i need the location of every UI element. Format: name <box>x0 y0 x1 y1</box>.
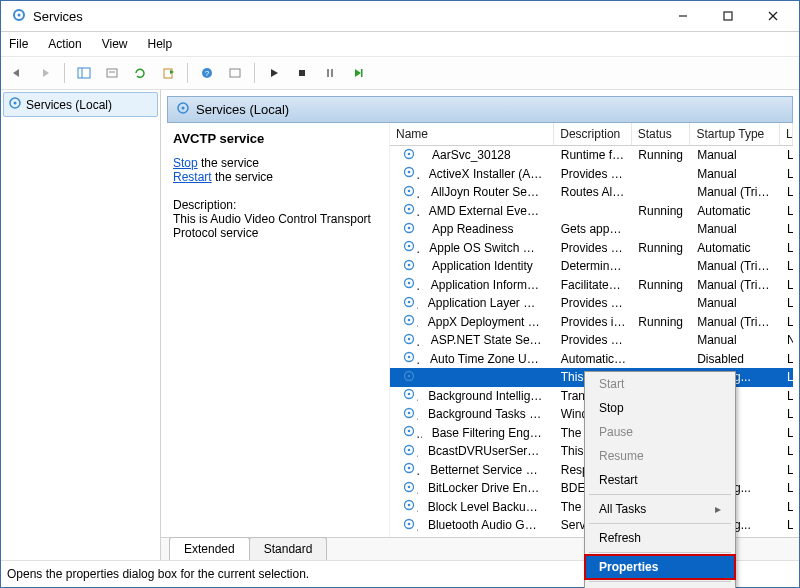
menu-action[interactable]: Action <box>46 35 83 53</box>
gear-icon <box>396 165 419 182</box>
separator-icon <box>254 63 255 83</box>
cell-startup: Manual <box>691 222 781 236</box>
back-button[interactable] <box>5 61 29 85</box>
column-headers[interactable]: Name Description Status Startup Type Log <box>390 123 793 146</box>
ctx-all-tasks[interactable]: All Tasks▸ <box>585 497 735 521</box>
svg-point-30 <box>408 171 411 174</box>
restart-service-button[interactable] <box>346 61 370 85</box>
col-status[interactable]: Status <box>632 123 691 145</box>
svg-point-28 <box>408 152 411 155</box>
menubar: File Action View Help <box>1 32 799 57</box>
window-title: Services <box>33 9 83 24</box>
ctx-resume[interactable]: Resume <box>585 444 735 468</box>
svg-point-64 <box>408 485 411 488</box>
table-row[interactable]: ActiveX Installer (AxInstSV)Provides Use… <box>390 165 793 184</box>
gear-icon <box>396 239 419 256</box>
stop-service-button[interactable] <box>290 61 314 85</box>
nav-label: Services (Local) <box>26 98 112 112</box>
separator-icon <box>589 552 731 553</box>
ctx-help[interactable]: Help <box>585 584 735 588</box>
tab-extended[interactable]: Extended <box>169 537 250 560</box>
cell-name: Base Filtering Engine <box>426 426 549 440</box>
ctx-properties[interactable]: Properties <box>585 555 735 579</box>
cell-name: Application Identity <box>426 259 539 273</box>
cell-name: BcastDVRUserService_30128 <box>422 444 549 458</box>
cell-logon: Loc <box>781 167 793 181</box>
show-hide-button[interactable] <box>72 61 96 85</box>
cell-logon: Loc <box>781 241 793 255</box>
help2-button[interactable] <box>223 61 247 85</box>
menu-view[interactable]: View <box>100 35 130 53</box>
cell-name: ActiveX Installer (AxInstSV) <box>423 167 549 181</box>
maximize-button[interactable] <box>705 1 750 31</box>
help-button[interactable]: ? <box>195 61 219 85</box>
table-row[interactable]: Apple OS Switch ManagerProvides sup...Ru… <box>390 239 793 258</box>
table-row[interactable]: Auto Time Zone UpdaterAutomaticall...Dis… <box>390 350 793 369</box>
table-row[interactable]: App ReadinessGets apps re...ManualLoc <box>390 220 793 239</box>
col-name[interactable]: Name <box>390 123 554 145</box>
table-row[interactable]: AarSvc_30128Runtime for ...RunningManual… <box>390 146 793 165</box>
stop-service-link: Stop the service <box>173 156 383 170</box>
svg-point-54 <box>408 393 411 396</box>
table-row[interactable]: ASP.NET State ServiceProvides sup...Manu… <box>390 331 793 350</box>
start-service-button[interactable] <box>262 61 286 85</box>
ctx-restart[interactable]: Restart <box>585 468 735 492</box>
nav-services-local[interactable]: Services (Local) <box>3 92 158 117</box>
col-startup-type[interactable]: Startup Type <box>690 123 780 145</box>
ctx-stop[interactable]: Stop <box>585 396 735 420</box>
svg-point-60 <box>408 448 411 451</box>
cell-startup: Automatic <box>691 241 781 255</box>
ctx-start[interactable]: Start <box>585 372 735 396</box>
cell-logon: Loc <box>781 148 793 162</box>
cell-logon: Loc <box>781 259 793 273</box>
separator-icon <box>589 581 731 582</box>
gear-icon <box>396 498 418 515</box>
cell-description: Automaticall... <box>555 352 633 366</box>
col-logon[interactable]: Log <box>780 123 793 145</box>
gear-icon <box>176 101 190 118</box>
cell-name: ASP.NET State Service <box>425 333 549 347</box>
svg-rect-18 <box>299 70 305 76</box>
ctx-refresh[interactable]: Refresh <box>585 526 735 550</box>
context-menu[interactable]: Start Stop Pause Resume Restart All Task… <box>584 371 736 588</box>
nav-tree[interactable]: Services (Local) <box>1 90 161 560</box>
restart-service-link: Restart the service <box>173 170 383 184</box>
forward-button[interactable] <box>33 61 57 85</box>
svg-point-26 <box>182 107 185 110</box>
cell-description: Provides Use... <box>555 167 633 181</box>
ctx-pause[interactable]: Pause <box>585 420 735 444</box>
tab-standard[interactable]: Standard <box>249 537 328 560</box>
cell-status: Running <box>632 241 691 255</box>
col-description[interactable]: Description <box>554 123 631 145</box>
separator-icon <box>589 494 731 495</box>
pause-service-button[interactable] <box>318 61 342 85</box>
table-row[interactable]: AllJoyn Router ServiceRoutes AllJo...Man… <box>390 183 793 202</box>
minimize-button[interactable] <box>660 1 705 31</box>
cell-name: App Readiness <box>426 222 519 236</box>
gear-icon <box>396 369 422 386</box>
table-row[interactable]: AppX Deployment Service (A...Provides in… <box>390 313 793 332</box>
gear-icon <box>396 202 419 219</box>
cell-startup: Manual (Trigg... <box>691 278 781 292</box>
cell-name: AarSvc_30128 <box>426 148 517 162</box>
table-row[interactable]: AMD External Events UtilityRunningAutoma… <box>390 202 793 221</box>
cell-logon: Loc <box>781 204 793 218</box>
cell-logon: Loc <box>781 481 793 495</box>
properties-button[interactable] <box>100 61 124 85</box>
table-row[interactable]: Application Layer Gateway S...Provides s… <box>390 294 793 313</box>
stop-link[interactable]: Stop <box>173 156 198 170</box>
refresh-button[interactable] <box>128 61 152 85</box>
cell-startup: Automatic <box>691 204 781 218</box>
cell-description: Provides sup... <box>555 333 633 347</box>
table-row[interactable]: Application InformationFacilitates th...… <box>390 276 793 295</box>
close-button[interactable] <box>750 1 795 31</box>
services-window: Services File Action View Help ? <box>0 0 800 588</box>
gear-icon <box>396 406 418 423</box>
table-row[interactable]: Application IdentityDetermines ...Manual… <box>390 257 793 276</box>
export-button[interactable] <box>156 61 180 85</box>
cell-logon: Loc <box>781 185 793 199</box>
menu-help[interactable]: Help <box>146 35 175 53</box>
toolbar: ? <box>1 57 799 90</box>
restart-link[interactable]: Restart <box>173 170 212 184</box>
menu-file[interactable]: File <box>7 35 30 53</box>
